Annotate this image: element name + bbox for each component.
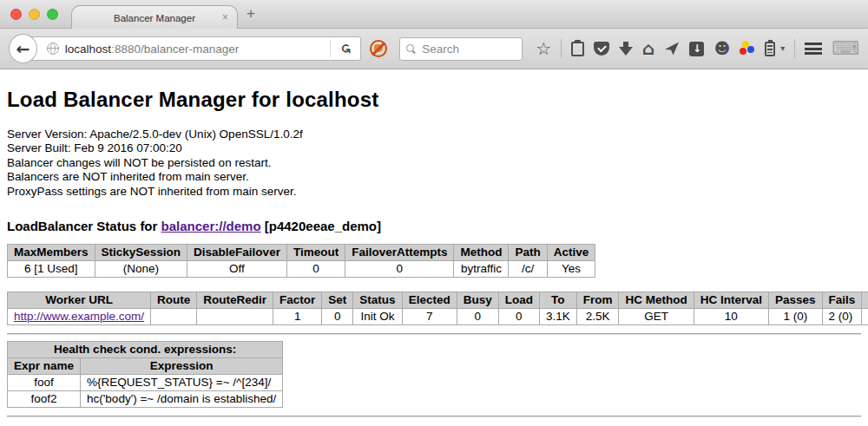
reading-list-icon[interactable] (571, 42, 584, 56)
globe-icon (47, 43, 59, 55)
col-passes: Passes (768, 292, 822, 309)
col-failoverattempts: FailoverAttempts (345, 245, 454, 261)
cell-fails: 2 (0) (822, 309, 862, 325)
cell-from: 2.5K (576, 309, 619, 325)
health-header-row: Expr name Expression (8, 358, 283, 375)
persist-note-line: Balancer changes will NOT be persisted o… (7, 156, 861, 170)
url-domain: localhost (65, 43, 111, 56)
cell-passes: 1 (0) (768, 309, 822, 325)
url-bar[interactable]: localhost:8880/balancer-manager ↻ (23, 36, 361, 61)
cell-hc-interval: 10 (694, 309, 768, 325)
cell-failoverattempts: 0 (345, 261, 454, 278)
cell-expression: %{REQUEST_STATUS} =~ /^[234]/ (81, 375, 283, 391)
cell-factor: 1 (273, 309, 322, 325)
col-status: Status (353, 292, 402, 309)
traffic-lights (10, 9, 58, 20)
cell-to: 3.1K (539, 309, 576, 325)
search-placeholder: Search (422, 43, 459, 56)
cell-disablefailover: Off (187, 261, 287, 278)
col-to: To (539, 292, 576, 309)
new-tab-button[interactable]: + (247, 5, 255, 23)
down-arrow-glyph: ↓ (693, 43, 701, 55)
search-input[interactable]: Search (399, 37, 523, 61)
downloads-icon[interactable] (619, 42, 633, 56)
cell-expression: hc('body') =~ /domain is established/ (81, 391, 283, 408)
col-set: Set (322, 292, 353, 309)
back-button[interactable]: ← (9, 34, 37, 63)
cell-status: Init Ok (353, 309, 402, 325)
bookmark-star-icon[interactable]: ☆ (536, 40, 551, 57)
reload-button[interactable]: ↻ (330, 40, 361, 57)
cell-set: 0 (322, 309, 353, 325)
health-row-foof2: foof2 hc('body') =~ /domain is establish… (8, 391, 283, 408)
reload-icon: ↻ (338, 43, 353, 55)
tab-balancer-manager[interactable]: Balancer Manager × (71, 5, 238, 29)
server-built-line: Server Built: Feb 9 2016 07:00:20 (7, 141, 861, 155)
col-elected: Elected (402, 292, 457, 309)
toolbar-icons: ☆ ⌂ ↓ ☻ ▾ ⌨ (536, 39, 859, 58)
col-disablefailover: DisableFailover (187, 245, 287, 261)
col-expr-name: Expr name (8, 358, 81, 375)
fullscreen-window-button[interactable] (47, 9, 58, 20)
toolbar-separator (561, 39, 562, 58)
cell-busy: 0 (457, 309, 498, 325)
content-blocked-icon[interactable] (369, 39, 388, 58)
close-tab-icon[interactable]: × (222, 11, 228, 23)
cell-path: /c/ (509, 261, 547, 278)
extension-dots-icon[interactable] (740, 41, 755, 56)
col-stickysession: StickySession (95, 245, 187, 261)
worker-url-link[interactable]: http://www.example.com/ (14, 310, 144, 323)
home-icon[interactable]: ⌂ (642, 40, 654, 57)
pocket-icon[interactable] (594, 42, 609, 56)
bottom-divider (7, 416, 861, 417)
balancer-header-row: MaxMembers StickySession DisableFailover… (8, 245, 595, 261)
url-path: :8880/balancer-manager (111, 43, 239, 56)
keyboard-icon[interactable]: ⌨ (832, 39, 859, 58)
section-divider (7, 333, 861, 335)
send-tab-icon[interactable] (664, 41, 680, 56)
minimize-window-button[interactable] (29, 9, 40, 20)
col-timeout: Timeout (286, 245, 345, 261)
chevron-down-icon[interactable]: ▾ (780, 44, 785, 53)
col-hc-uri: HC uri (862, 292, 868, 309)
health-title-row: Health check cond. expressions: (8, 342, 283, 358)
col-worker-url: Worker URL (8, 292, 151, 309)
save-page-icon[interactable]: ↓ (689, 42, 704, 56)
status-heading-prefix: LoadBalancer Status for (7, 219, 161, 233)
titlebar: Balancer Manager × + (0, 0, 868, 29)
col-path: Path (509, 245, 547, 261)
close-window-button[interactable] (10, 9, 22, 20)
health-table-title: Health check cond. expressions: (8, 342, 283, 358)
col-expression: Expression (81, 358, 283, 375)
navigation-toolbar: ← localhost:8880/balancer-manager ↻ Sear… (0, 29, 868, 69)
cell-hc-uri (862, 309, 868, 325)
col-hc-method: HC Method (619, 292, 694, 309)
search-icon (406, 44, 416, 54)
cell-hc-method: GET (619, 309, 694, 325)
cell-active: Yes (547, 261, 595, 278)
status-heading: LoadBalancer Status for balancer://demo … (7, 219, 861, 233)
page-title: Load Balancer Manager for localhost (7, 88, 861, 112)
cell-worker-url: http://www.example.com/ (8, 309, 151, 325)
health-check-table: Health check cond. expressions: Expr nam… (7, 341, 283, 408)
col-method: Method (454, 245, 509, 261)
balancer-table: MaxMembers StickySession DisableFailover… (7, 244, 595, 278)
inherit-note-line: Balancers are NOT inherited from main se… (7, 170, 861, 184)
worker-data-row: http://www.example.com/ 1 0 Init Ok 7 0 … (8, 309, 868, 325)
cell-expr-name: foof2 (8, 391, 81, 408)
col-route: Route (151, 292, 197, 309)
col-busy: Busy (457, 292, 498, 309)
col-active: Active (547, 245, 595, 261)
proxypass-note-line: ProxyPass settings are NOT inherited fro… (7, 185, 861, 199)
cell-route (151, 309, 197, 325)
balancer-demo-link[interactable]: balancer://demo (161, 219, 261, 233)
health-row-foof: foof %{REQUEST_STATUS} =~ /^[234]/ (8, 375, 283, 391)
chat-icon[interactable]: ☻ (713, 41, 730, 56)
cell-elected: 7 (402, 309, 457, 325)
balancer-data-row: 6 [1 Used] (None) Off 0 0 bytraffic /c/ … (8, 261, 595, 278)
url-text: localhost:8880/balancer-manager (65, 43, 239, 56)
cell-timeout: 0 (286, 261, 345, 278)
col-load: Load (498, 292, 539, 309)
menu-icon[interactable] (805, 43, 822, 55)
battery-extension-icon[interactable] (765, 42, 775, 56)
